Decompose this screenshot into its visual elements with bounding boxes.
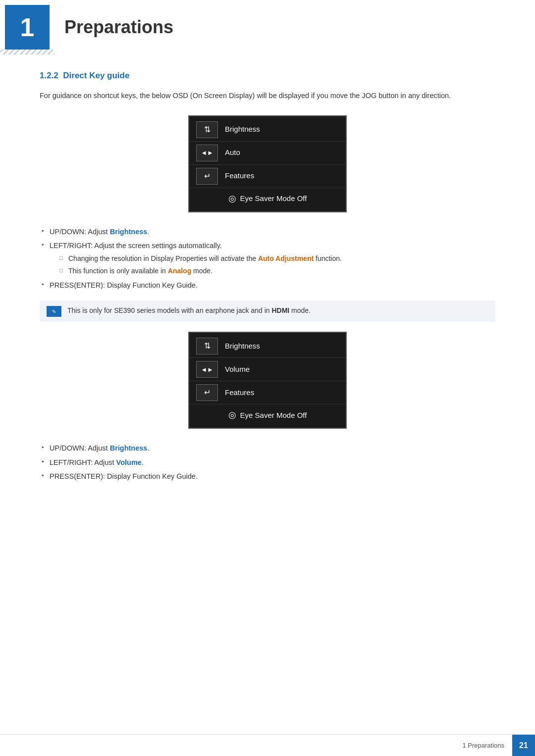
footer-text: 1 Preparations bbox=[462, 741, 512, 751]
brightness-link-2: Brightness bbox=[110, 444, 148, 452]
osd-eye-row-1: ◎ Eye Saver Mode Off bbox=[189, 188, 346, 209]
hdmi-bold: HDMI bbox=[271, 306, 289, 314]
page-content: 1.2.2 Direct Key guide For guidance on s… bbox=[0, 50, 535, 512]
osd-eye-saver-label-1: Eye Saver Mode Off bbox=[240, 193, 307, 204]
osd-row-auto-1: ◄► Auto bbox=[189, 142, 346, 165]
page-header: 1 Preparations bbox=[0, 0, 535, 50]
volume-link: Volume bbox=[116, 458, 142, 466]
osd-row-volume-2: ◄► Volume bbox=[189, 358, 346, 381]
osd-volume-icon-2: ◄► bbox=[196, 361, 218, 378]
osd-box-1: ⇅ Brightness ◄► Auto ↵ Features ◎ Eye Sa… bbox=[188, 115, 347, 212]
osd-row-brightness-2: ⇅ Brightness bbox=[189, 335, 346, 358]
page-footer: 1 Preparations 21 bbox=[0, 734, 535, 756]
note-box: ✎ This is only for SE390 series models w… bbox=[40, 301, 495, 322]
osd-eye-saver-label-2: Eye Saver Mode Off bbox=[240, 410, 307, 421]
analog-link: Analog bbox=[168, 267, 191, 275]
eye-saver-icon-1: ◎ bbox=[228, 192, 236, 205]
chapter-title: Preparations bbox=[50, 0, 173, 35]
bullet-list-1: UP/DOWN: Adjust Brightness. LEFT/RIGHT: … bbox=[40, 226, 495, 291]
note-icon: ✎ bbox=[47, 306, 61, 317]
osd-brightness-icon-2: ⇅ bbox=[196, 338, 218, 354]
osd-box-2: ⇅ Brightness ◄► Volume ↵ Features ◎ Eye … bbox=[188, 332, 347, 429]
osd-brightness-label-2: Brightness bbox=[225, 341, 260, 352]
note-svg-icon: ✎ bbox=[50, 308, 58, 315]
section-title: 1.2.2 Direct Key guide bbox=[40, 69, 495, 82]
osd-auto-label-1: Auto bbox=[225, 147, 240, 158]
osd-features-label-1: Features bbox=[225, 170, 254, 182]
svg-text:✎: ✎ bbox=[52, 309, 56, 314]
osd-volume-label-2: Volume bbox=[225, 364, 250, 375]
bullet-1-press-enter: PRESS(ENTER): Display Function Key Guide… bbox=[40, 280, 495, 291]
osd-row-features-2: ↵ Features bbox=[189, 381, 346, 404]
osd-eye-row-2: ◎ Eye Saver Mode Off bbox=[189, 404, 346, 426]
osd-diagram-1: ⇅ Brightness ◄► Auto ↵ Features ◎ Eye Sa… bbox=[40, 115, 495, 212]
auto-adjustment-link: Auto Adjustment bbox=[258, 254, 314, 262]
page-number: 21 bbox=[512, 735, 535, 756]
chapter-number-block: 1 bbox=[5, 5, 50, 50]
osd-row-brightness-1: ⇅ Brightness bbox=[189, 118, 346, 142]
intro-text: For guidance on shortcut keys, the below… bbox=[40, 90, 495, 101]
eye-saver-icon-2: ◎ bbox=[228, 408, 236, 422]
sub-list-1: Changing the resolution in Display Prope… bbox=[59, 253, 495, 277]
osd-row-features-1: ↵ Features bbox=[189, 165, 346, 188]
bullet-2-press-enter: PRESS(ENTER): Display Function Key Guide… bbox=[40, 471, 495, 482]
osd-auto-icon-1: ◄► bbox=[196, 145, 218, 161]
osd-features-icon-2: ↵ bbox=[196, 384, 218, 401]
chapter-number: 1 bbox=[20, 8, 35, 47]
sub-item-analog: This function is only available in Analo… bbox=[59, 266, 495, 277]
bullet-2-brightness: UP/DOWN: Adjust Brightness. bbox=[40, 443, 495, 454]
osd-brightness-label-1: Brightness bbox=[225, 124, 260, 135]
bullet-list-2: UP/DOWN: Adjust Brightness. LEFT/RIGHT: … bbox=[40, 443, 495, 482]
brightness-link-1: Brightness bbox=[110, 228, 148, 236]
sub-item-auto-adj: Changing the resolution in Display Prope… bbox=[59, 253, 495, 264]
bullet-2-volume: LEFT/RIGHT: Adjust Volume. bbox=[40, 457, 495, 468]
note-text: This is only for SE390 series models wit… bbox=[67, 305, 311, 316]
osd-diagram-2: ⇅ Brightness ◄► Volume ↵ Features ◎ Eye … bbox=[40, 332, 495, 429]
bullet-1-brightness: UP/DOWN: Adjust Brightness. bbox=[40, 226, 495, 237]
osd-features-label-2: Features bbox=[225, 387, 254, 399]
osd-brightness-icon-1: ⇅ bbox=[196, 121, 218, 138]
bullet-1-leftright: LEFT/RIGHT: Adjust the screen settings a… bbox=[40, 240, 495, 277]
osd-features-icon-1: ↵ bbox=[196, 168, 218, 185]
